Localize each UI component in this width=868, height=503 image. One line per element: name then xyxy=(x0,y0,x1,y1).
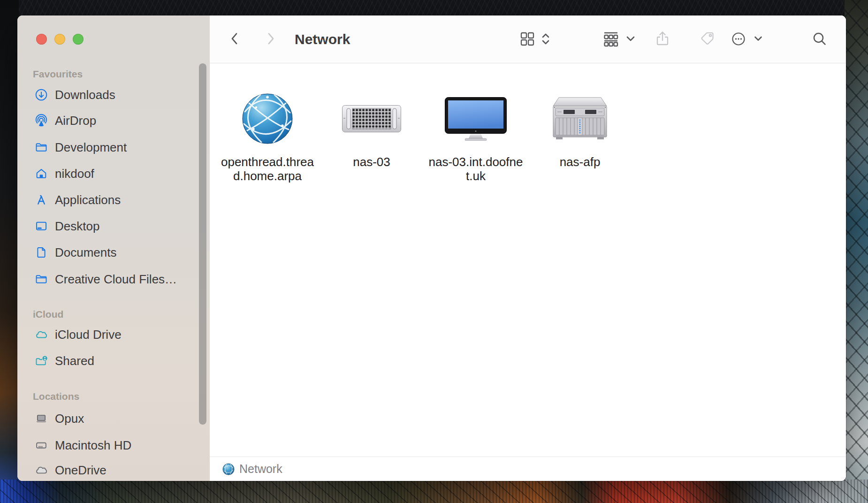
shared-folder-icon xyxy=(33,353,49,369)
sidebar-item-label: Shared xyxy=(55,354,94,368)
network-item-nas-afp[interactable]: nas-afp xyxy=(528,92,632,169)
sidebar-section-icloud: iCloud xyxy=(33,308,63,321)
more-options-button[interactable] xyxy=(731,32,746,46)
group-by-button[interactable] xyxy=(602,31,619,47)
sidebar-item-label: Development xyxy=(55,140,127,155)
minimize-button[interactable] xyxy=(54,34,65,45)
network-globe-icon xyxy=(242,92,293,145)
home-icon xyxy=(33,166,49,182)
hard-drive-icon xyxy=(33,437,49,453)
network-item-nas-03[interactable]: nas-03 xyxy=(320,92,424,169)
mac-pro-rack-icon xyxy=(342,92,401,145)
download-circle-icon xyxy=(33,87,49,103)
sidebar-item-label: Desktop xyxy=(55,219,99,234)
back-button[interactable] xyxy=(228,31,242,47)
network-item-label: nas-afp xyxy=(560,155,601,169)
sidebar-item-applications[interactable]: Applications xyxy=(31,187,198,213)
share-button[interactable] xyxy=(655,31,670,47)
document-icon xyxy=(33,244,49,260)
sidebar: Favourites Downloads AirDrop Development… xyxy=(17,15,210,481)
wallpaper-left-strip xyxy=(0,0,19,503)
cloud-icon xyxy=(33,462,49,478)
sidebar-item-label: Downloads xyxy=(55,88,115,102)
status-location-label: Network xyxy=(239,462,282,476)
chevron-down-icon[interactable] xyxy=(754,35,763,43)
folder-icon xyxy=(33,139,49,155)
sidebar-item-label: nikdoof xyxy=(55,167,94,181)
sidebar-item-label: Creative Cloud Files… xyxy=(55,272,177,287)
chevron-down-icon[interactable] xyxy=(625,35,636,43)
sidebar-item-shared[interactable]: Shared xyxy=(31,348,198,374)
network-item-openthread[interactable]: openthread.thread.home.arpa xyxy=(215,92,320,183)
tag-button[interactable] xyxy=(700,31,715,46)
wallpaper-bottom-strip xyxy=(0,480,868,503)
sidebar-item-documents[interactable]: Documents xyxy=(31,239,198,266)
sidebar-item-label: OneDrive xyxy=(55,463,107,478)
sidebar-item-label: iCloud Drive xyxy=(55,328,122,342)
sidebar-scrollbar[interactable] xyxy=(199,63,206,425)
sidebar-section-favourites: Favourites xyxy=(33,68,83,81)
close-button[interactable] xyxy=(36,34,47,45)
network-item-label: nas-03 xyxy=(353,155,390,169)
laptop-icon xyxy=(33,411,49,427)
sidebar-item-downloads[interactable]: Downloads xyxy=(31,82,198,108)
network-browser-content: openthread.thread.home.arpa xyxy=(210,63,846,457)
sidebar-item-label: AirDrop xyxy=(55,114,96,128)
network-item-label: openthread.thread.home.arpa xyxy=(217,155,318,183)
grid-view-button[interactable] xyxy=(519,31,535,47)
sidebar-item-development[interactable]: Development xyxy=(31,134,198,160)
sidebar-item-macintosh-hd[interactable]: Macintosh HD xyxy=(31,432,198,458)
finder-window: Favourites Downloads AirDrop Development… xyxy=(17,15,846,481)
sidebar-item-nikdoof[interactable]: nikdoof xyxy=(31,160,198,187)
toolbar: Network xyxy=(210,15,846,63)
sidebar-item-onedrive[interactable]: OneDrive xyxy=(31,457,198,481)
forward-button[interactable] xyxy=(264,31,278,47)
search-button[interactable] xyxy=(812,31,827,47)
sidebar-item-icloud-drive[interactable]: iCloud Drive xyxy=(31,321,198,348)
sidebar-item-desktop[interactable]: Desktop xyxy=(31,213,198,239)
sidebar-item-label: Applications xyxy=(55,193,121,207)
applications-icon xyxy=(33,192,49,208)
sidebar-section-locations: Locations xyxy=(33,390,79,403)
desktop-icon xyxy=(33,218,49,234)
wallpaper-right-strip xyxy=(845,0,868,503)
airdrop-icon xyxy=(33,113,49,129)
view-up-down-chevrons-icon[interactable] xyxy=(541,32,550,46)
page-title: Network xyxy=(295,15,350,63)
sidebar-item-opux[interactable]: Opux xyxy=(31,405,198,432)
network-item-label: nas-03.int.doofnet.uk xyxy=(426,155,526,183)
sidebar-item-label: Macintosh HD xyxy=(55,438,131,453)
network-item-nas-03-doofnet[interactable]: nas-03.int.doofnet.uk xyxy=(424,92,528,183)
status-bar: Network xyxy=(210,457,846,481)
zoom-button[interactable] xyxy=(73,34,84,45)
icloud-icon xyxy=(33,327,49,343)
main-pane: Network xyxy=(210,15,846,481)
sidebar-item-label: Opux xyxy=(55,412,84,426)
sidebar-item-airdrop[interactable]: AirDrop xyxy=(31,107,198,134)
sidebar-item-label: Documents xyxy=(55,245,117,260)
folder-icon xyxy=(33,271,49,287)
network-globe-icon xyxy=(222,463,235,475)
sidebar-item-creative-cloud-files[interactable]: Creative Cloud Files… xyxy=(31,266,198,292)
rack-server-icon xyxy=(551,92,609,145)
display-icon xyxy=(444,92,507,145)
